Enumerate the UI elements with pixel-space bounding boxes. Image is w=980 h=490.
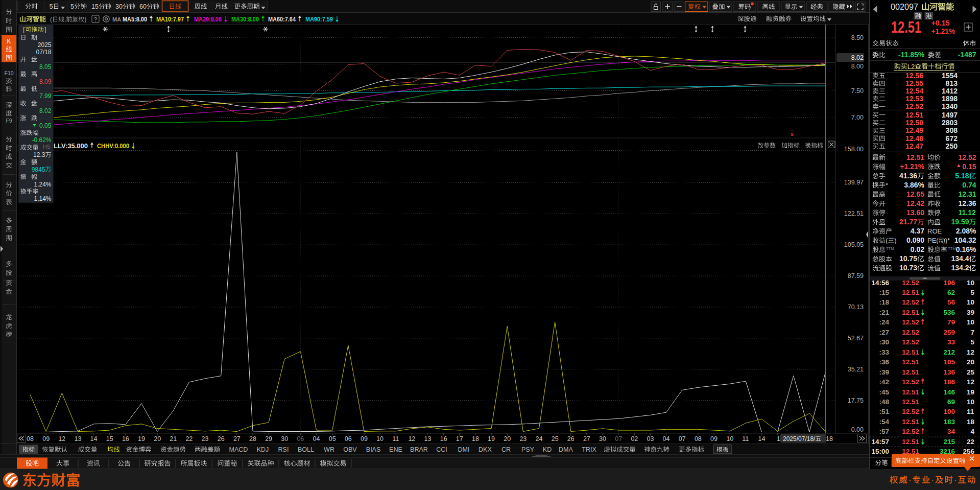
svg-text:22: 22 [185, 435, 193, 442]
svg-text::54: :54 [879, 418, 890, 426]
svg-text:12.52: 12.52 [902, 408, 919, 415]
svg-text:07: 07 [615, 435, 622, 442]
svg-text:F9: F9 [6, 118, 12, 124]
svg-text:13: 13 [75, 435, 82, 442]
svg-text:1340: 1340 [942, 102, 958, 110]
svg-text:122.51: 122.51 [844, 210, 864, 217]
svg-text:100: 100 [944, 408, 955, 415]
svg-text:12.51: 12.51 [902, 358, 919, 366]
svg-text:DKX: DKX [479, 446, 492, 453]
svg-text:12: 12 [58, 435, 65, 442]
svg-text:ROE: ROE [927, 227, 942, 235]
svg-text:26: 26 [567, 435, 575, 442]
svg-text:14:57: 14:57 [872, 438, 890, 446]
svg-text::42: :42 [879, 378, 890, 386]
svg-text:]: ] [44, 26, 46, 33]
svg-text:27: 27 [233, 435, 241, 442]
svg-text:146: 146 [944, 388, 955, 396]
svg-text::48: :48 [879, 398, 890, 406]
svg-text:03: 03 [647, 435, 654, 442]
svg-text:8.09: 8.09 [39, 78, 52, 85]
svg-text:18: 18 [472, 435, 479, 442]
svg-text::39: :39 [879, 368, 890, 376]
svg-text:30: 30 [599, 435, 606, 442]
svg-text:4.37: 4.37 [911, 227, 924, 235]
svg-text:): ) [894, 237, 896, 244]
svg-text:10: 10 [967, 318, 974, 326]
svg-text:08: 08 [695, 435, 702, 442]
svg-text:+0.15: +0.15 [931, 18, 950, 27]
svg-text::51: :51 [879, 408, 890, 415]
svg-text:15:00: 15:00 [872, 448, 890, 455]
svg-text:0.090: 0.090 [906, 236, 924, 244]
svg-text:09: 09 [710, 435, 718, 442]
svg-text:10.75: 10.75 [899, 254, 917, 263]
svg-text:12.52: 12.52 [902, 318, 919, 326]
svg-text:12.52: 12.52 [959, 153, 976, 161]
svg-text:14:56: 14:56 [872, 279, 890, 287]
svg-text:13: 13 [424, 435, 432, 442]
svg-text:12.52: 12.52 [902, 428, 919, 435]
svg-text:10: 10 [376, 435, 384, 442]
svg-text:12.51: 12.51 [902, 398, 919, 406]
svg-text:-1487: -1487 [958, 51, 976, 59]
svg-text:12.36: 12.36 [959, 199, 976, 207]
svg-text:34: 34 [947, 428, 955, 435]
svg-text:62: 62 [947, 289, 955, 296]
svg-text:21: 21 [170, 435, 177, 442]
svg-text:1412: 1412 [942, 87, 958, 95]
svg-text:KDJ: KDJ [257, 446, 269, 453]
svg-text:536: 536 [944, 309, 955, 316]
svg-text:0.74: 0.74 [962, 181, 976, 189]
svg-text:25: 25 [967, 368, 975, 376]
svg-text:MA5:8.00: MA5:8.00 [123, 16, 147, 23]
svg-text::24: :24 [879, 318, 890, 326]
svg-text:7.00: 7.00 [851, 114, 864, 121]
svg-text:212: 212 [944, 348, 955, 356]
svg-text:2803: 2803 [942, 119, 958, 127]
svg-text:79: 79 [947, 318, 955, 326]
svg-text:11: 11 [967, 408, 974, 415]
svg-text:134.2: 134.2 [951, 264, 969, 272]
svg-text:1497: 1497 [942, 111, 958, 119]
svg-text:27: 27 [583, 435, 590, 442]
svg-text:11: 11 [742, 435, 749, 442]
svg-text:002097: 002097 [891, 2, 918, 12]
svg-text:10.73: 10.73 [899, 264, 917, 272]
svg-text:11: 11 [392, 435, 399, 442]
svg-text:12.51: 12.51 [891, 18, 921, 36]
svg-text:70.13: 70.13 [848, 304, 864, 311]
svg-text:12.47: 12.47 [905, 142, 923, 150]
svg-text:12.51: 12.51 [902, 418, 919, 426]
svg-text:7: 7 [971, 329, 975, 336]
svg-text:136: 136 [944, 368, 955, 376]
svg-text:158.00: 158.00 [844, 146, 864, 153]
svg-text:K: K [7, 38, 11, 45]
svg-text:8.00: 8.00 [851, 63, 864, 70]
svg-text:04: 04 [313, 435, 320, 442]
svg-text:·: · [954, 475, 958, 484]
svg-text:20: 20 [504, 435, 511, 442]
svg-text:12.51: 12.51 [902, 289, 919, 296]
svg-text:12.52: 12.52 [905, 102, 923, 110]
svg-text:06: 06 [297, 435, 304, 442]
svg-text:BIAS: BIAS [366, 446, 381, 453]
svg-text:9845: 9845 [32, 166, 45, 173]
svg-text:12.52: 12.52 [902, 279, 919, 287]
svg-text:PSY: PSY [521, 446, 535, 453]
svg-text:MA10:7.97: MA10:7.97 [156, 16, 184, 23]
svg-text:5: 5 [971, 338, 975, 346]
svg-text:104.32: 104.32 [954, 236, 976, 244]
svg-text:19: 19 [138, 435, 145, 442]
svg-text:1.24%: 1.24% [34, 181, 52, 188]
svg-text:10: 10 [967, 279, 974, 287]
svg-text:07: 07 [679, 435, 686, 442]
svg-text:12.65: 12.65 [906, 190, 924, 198]
svg-text:+1.21%: +1.21% [931, 27, 955, 35]
svg-text:MA90:7.59: MA90:7.59 [305, 16, 333, 23]
svg-text:BOLL: BOLL [298, 446, 314, 453]
svg-text:04: 04 [663, 435, 670, 442]
svg-text:-0.62%: -0.62% [32, 136, 52, 144]
svg-text:8.05: 8.05 [39, 63, 52, 71]
svg-text:s: s [791, 131, 794, 137]
